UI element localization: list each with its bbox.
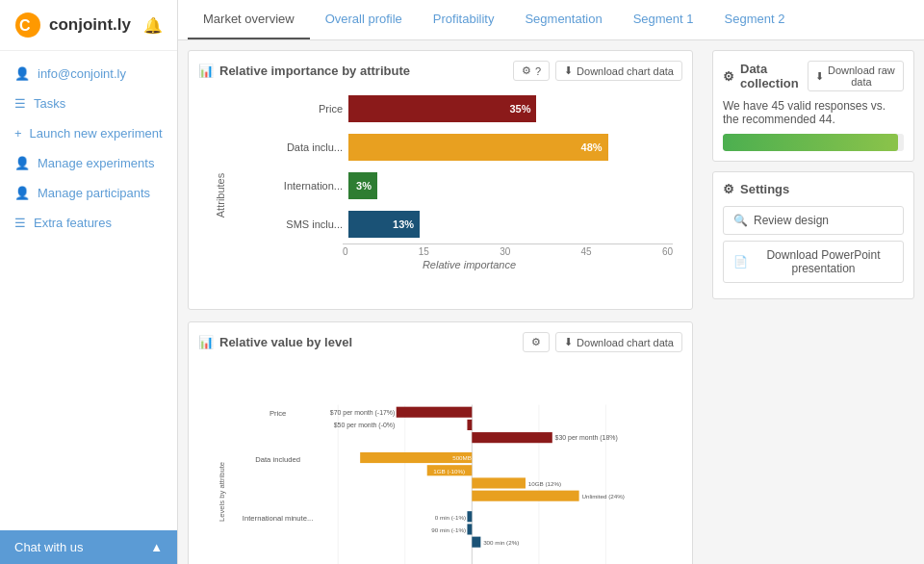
- extra-icon: ☰: [14, 216, 26, 230]
- chart2-body: Levels by attribute -30 -15 0 15 30: [198, 362, 682, 564]
- chart1-bar-price-wrap: 35%: [348, 95, 673, 122]
- chart1-bar-sms-fill: 13%: [348, 211, 420, 238]
- download-ppt-button[interactable]: 📄 Download PowerPoint presentation: [723, 241, 904, 283]
- chart1-bar-data-label: Data inclu...: [266, 141, 343, 153]
- chart2-help-icon: ⚙: [531, 336, 541, 348]
- sidebar-chat-button[interactable]: Chat with us ▲: [0, 530, 177, 564]
- svg-text:Unlimited (24%): Unlimited (24%): [581, 493, 624, 500]
- user-icon: 👤: [14, 66, 30, 81]
- tab-segment-2[interactable]: Segment 2: [709, 0, 801, 39]
- chart2-bar-0min: [467, 511, 472, 522]
- sidebar-logo: C conjoint.ly 🔔: [0, 0, 177, 51]
- bell-icon[interactable]: 🔔: [143, 16, 163, 35]
- chart1-download-label: Download chart data: [577, 65, 674, 77]
- download-ppt-label: Download PowerPoint presentation: [754, 248, 893, 275]
- chart2-actions: ⚙ ⬇ Download chart data: [523, 332, 682, 352]
- chart1-x-axis: 0 15 30 45 60: [343, 244, 673, 257]
- chart1-bar-data: Data inclu... 48%: [266, 134, 673, 161]
- tabs-bar: Market overview Overall profile Profitab…: [178, 0, 924, 40]
- plus-icon: +: [14, 126, 22, 141]
- chart1-bar-sms-label: SMS inclu...: [266, 218, 343, 230]
- chart2-title-text: Relative value by level: [219, 335, 352, 349]
- sidebar-item-account[interactable]: 👤 info@conjoint.ly: [0, 59, 177, 89]
- chart1-download-button[interactable]: ⬇ Download chart data: [555, 61, 682, 81]
- chart1-bar-data-value: 48%: [581, 141, 603, 153]
- chart1-bar-sms-value: 13%: [393, 218, 414, 230]
- content-area: 📊 Relative importance by attribute ⚙ ? ⬇…: [178, 40, 924, 564]
- sidebar-nav: 👤 info@conjoint.ly ☰ Tasks + Launch new …: [0, 51, 177, 530]
- svg-text:10GB (12%): 10GB (12%): [528, 480, 561, 487]
- chart1-actions: ⚙ ? ⬇ Download chart data: [513, 61, 682, 81]
- svg-text:Price: Price: [270, 409, 286, 418]
- x-tick-30: 30: [500, 246, 510, 257]
- chart2-help-button[interactable]: ⚙: [523, 332, 550, 352]
- sidebar-item-extra-features[interactable]: ☰ Extra features: [0, 208, 177, 238]
- chart-importance-panel: 📊 Relative importance by attribute ⚙ ? ⬇…: [188, 50, 693, 310]
- help-icon: ⚙: [522, 64, 531, 77]
- center-panel: 📊 Relative importance by attribute ⚙ ? ⬇…: [178, 40, 703, 564]
- svg-text:C: C: [19, 17, 31, 34]
- sidebar-item-manage-participants[interactable]: 👤 Manage participants: [0, 178, 177, 208]
- download-raw-icon: ⬇: [815, 70, 824, 83]
- chart2-svg: Levels by attribute -30 -15 0 15 30: [218, 362, 673, 564]
- download-raw-button[interactable]: ⬇ Download raw data: [808, 61, 904, 91]
- chart1-help-label: ?: [535, 65, 541, 77]
- svg-text:0 min (-1%): 0 min (-1%): [435, 514, 466, 521]
- svg-text:International minute...: International minute...: [243, 514, 313, 523]
- chart1-title-text: Relative importance by attribute: [219, 64, 410, 78]
- chart2-bar-300min: [472, 537, 480, 548]
- tab-profitability[interactable]: Profitability: [418, 0, 510, 39]
- sidebar-item-extra-label: Extra features: [34, 216, 112, 230]
- svg-text:$30 per month (18%): $30 per month (18%): [555, 434, 618, 442]
- tab-segment-1[interactable]: Segment 1: [618, 0, 709, 39]
- sidebar-item-account-label: info@conjoint.ly: [38, 66, 126, 81]
- manage-part-icon: 👤: [14, 186, 30, 200]
- chart-value-panel: 📊 Relative value by level ⚙ ⬇ Download c…: [188, 321, 693, 564]
- chart1-bar-sms: SMS inclu... 13%: [266, 211, 673, 238]
- download-ppt-icon: 📄: [733, 255, 748, 269]
- sidebar-item-manage-exp-label: Manage experiments: [38, 156, 154, 170]
- chart2-download-label: Download chart data: [577, 337, 674, 348]
- download-raw-label: Download raw data: [827, 64, 896, 88]
- chart2-title: 📊 Relative value by level: [198, 335, 352, 349]
- svg-text:Data included: Data included: [255, 455, 300, 464]
- chart1-bar-intl-label: Internation...: [266, 180, 343, 192]
- review-design-label: Review design: [754, 214, 829, 227]
- chart2-download-button[interactable]: ⬇ Download chart data: [555, 332, 682, 352]
- review-design-icon: 🔍: [733, 214, 748, 227]
- tab-overall-profile[interactable]: Overall profile: [310, 0, 418, 39]
- svg-text:1GB (-10%): 1GB (-10%): [433, 468, 465, 474]
- data-collection-title-text: Data collection: [740, 62, 808, 90]
- chart1-header: 📊 Relative importance by attribute ⚙ ? ⬇…: [198, 61, 682, 81]
- chart1-title: 📊 Relative importance by attribute: [198, 64, 410, 78]
- tab-segmentation[interactable]: Segmentation: [509, 0, 617, 39]
- logo-text: conjoint.ly: [49, 15, 131, 35]
- progress-bar-fill: [723, 134, 898, 151]
- chart2-bar-90min: [467, 524, 472, 534]
- chart2-bar-unlimited: [472, 491, 578, 501]
- sidebar-item-launch[interactable]: + Launch new experiment: [0, 118, 177, 148]
- chart1-bar-intl: Internation... 3%: [266, 172, 673, 199]
- x-tick-0: 0: [343, 246, 348, 257]
- chart1-x-label: Relative importance: [266, 259, 673, 270]
- chart1-help-button[interactable]: ⚙ ?: [513, 61, 550, 81]
- chart1-bar-price-label: Price: [266, 103, 343, 115]
- sidebar-item-tasks[interactable]: ☰ Tasks: [0, 89, 177, 118]
- settings-title: ⚙ Settings: [723, 182, 904, 196]
- tab-market-overview[interactable]: Market overview: [188, 0, 310, 39]
- chart2-download-icon: ⬇: [564, 336, 573, 348]
- svg-text:300 min (2%): 300 min (2%): [483, 539, 519, 546]
- logo-icon: C: [14, 12, 41, 38]
- data-collection-title: ⚙ Data collection: [723, 62, 808, 90]
- svg-text:Levels by attribute: Levels by attribute: [218, 462, 226, 522]
- progress-bar: [723, 134, 904, 151]
- sidebar-item-manage-experiments[interactable]: 👤 Manage experiments: [0, 148, 177, 178]
- chart1-bar-intl-wrap: 3%: [348, 172, 673, 199]
- responses-text: We have 45 valid responses vs. the recom…: [723, 99, 904, 126]
- chart2-bar-price-50: [467, 420, 472, 430]
- chart2-bar-price-70: [397, 407, 473, 418]
- x-tick-45: 45: [581, 246, 592, 257]
- chat-chevron-icon: ▲: [150, 540, 163, 554]
- chart1-bar-sms-wrap: 13%: [348, 211, 673, 238]
- review-design-button[interactable]: 🔍 Review design: [723, 206, 904, 235]
